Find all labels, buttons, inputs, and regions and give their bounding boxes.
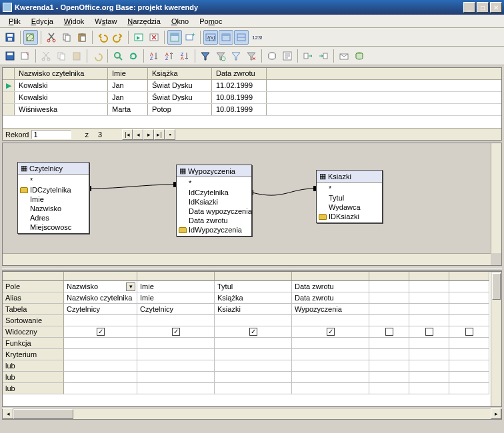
table-field[interactable]: Imie: [18, 195, 89, 204]
results-col-nazwisko[interactable]: Nazwisko czytelnika: [15, 68, 108, 79]
design-cell[interactable]: [369, 372, 409, 383]
results-cell[interactable]: Świat Dysku: [148, 92, 212, 103]
visible-checkbox[interactable]: ✓: [172, 328, 180, 336]
design-cell[interactable]: [409, 383, 449, 394]
alias-button[interactable]: [234, 30, 249, 45]
maximize-button[interactable]: □: [477, 2, 489, 13]
undo2-button[interactable]: [90, 49, 105, 63]
design-cell[interactable]: [409, 304, 449, 315]
table-field[interactable]: IDKsiazki: [317, 212, 382, 221]
design-cell[interactable]: [369, 281, 409, 292]
design-cell[interactable]: [215, 349, 292, 360]
design-cell[interactable]: [449, 292, 489, 304]
edit-data-button[interactable]: [18, 49, 33, 63]
design-cell[interactable]: [292, 338, 369, 349]
datasource-button[interactable]: [265, 49, 279, 63]
rel-horizontal-scrollbar[interactable]: [3, 253, 491, 265]
results-cell[interactable]: Wiśniweska: [15, 104, 108, 115]
row-selector-header[interactable]: [3, 68, 15, 79]
nav-new-button[interactable]: ▪: [165, 129, 175, 140]
table-field[interactable]: IDCzytelnika: [18, 185, 89, 195]
design-cell[interactable]: Czytelnicy: [64, 304, 137, 315]
design-cell[interactable]: [369, 304, 409, 315]
results-cell[interactable]: 11.02.1999: [212, 80, 267, 91]
table-field[interactable]: Data zwrotu: [177, 216, 251, 225]
paste-button[interactable]: [75, 30, 89, 45]
design-cell[interactable]: Czytelnicy: [137, 304, 215, 315]
design-row-header[interactable]: Kryterium: [3, 349, 64, 360]
design-cell[interactable]: ✓: [215, 326, 292, 338]
design-cell[interactable]: [369, 349, 409, 360]
design-cell[interactable]: [409, 326, 449, 338]
table-field[interactable]: Tytul: [317, 193, 382, 203]
row-selector[interactable]: [3, 104, 15, 115]
menu-widok[interactable]: Widok: [59, 16, 89, 27]
menu-pomoc[interactable]: Pomoc: [195, 16, 227, 27]
design-cell[interactable]: Imie: [137, 281, 215, 292]
refresh-button[interactable]: [126, 49, 141, 63]
design-cell[interactable]: [449, 360, 489, 372]
menu-wstaw[interactable]: Wstaw: [90, 16, 121, 27]
menu-narzedzia[interactable]: Narzędzia: [123, 16, 165, 27]
design-cell[interactable]: [292, 360, 369, 372]
results-cell[interactable]: Jan: [108, 80, 148, 91]
design-cell[interactable]: Książka: [215, 292, 292, 304]
design-cell[interactable]: [449, 338, 489, 349]
table-field[interactable]: IdCzytelnika: [177, 188, 251, 197]
design-cell[interactable]: [215, 383, 292, 394]
results-cell[interactable]: Kowalski: [15, 92, 108, 103]
visible-checkbox[interactable]: ✓: [97, 328, 105, 336]
table-field[interactable]: Miejscowosc: [18, 222, 89, 232]
design-cell[interactable]: [215, 372, 292, 383]
visible-checkbox[interactable]: ✓: [327, 328, 335, 336]
design-cell[interactable]: [137, 372, 215, 383]
data-to-fields-button[interactable]: [316, 49, 331, 63]
save-record-button[interactable]: [3, 49, 17, 63]
find-button[interactable]: [111, 49, 125, 63]
results-cell[interactable]: Świat Dysku: [148, 80, 212, 91]
sort-asc-button[interactable]: AZ: [162, 49, 177, 63]
design-cell[interactable]: [369, 315, 409, 326]
design-cell[interactable]: [449, 315, 489, 326]
results-cell[interactable]: Kowalski: [15, 80, 108, 91]
edit-mode-button[interactable]: [23, 30, 38, 45]
results-cell[interactable]: Marta: [108, 104, 148, 115]
design-cell[interactable]: [64, 315, 137, 326]
copy2-button[interactable]: [54, 49, 69, 63]
design-cell[interactable]: Nazwisko czytelnika: [64, 292, 137, 304]
nav-last-button[interactable]: ▸|: [154, 129, 165, 140]
design-cell[interactable]: [137, 349, 215, 360]
design-col-selector[interactable]: [409, 272, 449, 281]
nav-prev-button[interactable]: ◂: [133, 129, 143, 140]
visible-checkbox[interactable]: [465, 328, 473, 336]
results-cell[interactable]: 10.08.1999: [212, 92, 267, 103]
design-row-header[interactable]: Sortowanie: [3, 315, 64, 326]
remove-filter-button[interactable]: [244, 49, 259, 63]
relationships-panel[interactable]: ▦Czytelnicy *IDCzytelnikaImieNazwiskoAdr…: [2, 143, 502, 266]
table-field[interactable]: *: [18, 176, 89, 185]
design-cell[interactable]: [409, 292, 449, 304]
table-wypozyczenia[interactable]: ▦Wypozyczenia *IdCzytelnikaIdKsiazkiData…: [176, 165, 252, 236]
rel-vertical-scrollbar[interactable]: [491, 143, 501, 253]
design-cell[interactable]: Imie: [137, 292, 215, 304]
design-cell[interactable]: [449, 304, 489, 315]
undo-button[interactable]: [95, 30, 110, 45]
menu-okno[interactable]: Okno: [167, 16, 193, 27]
nav-first-button[interactable]: |◂: [122, 129, 133, 140]
cut2-button[interactable]: [39, 49, 53, 63]
design-cell[interactable]: [409, 315, 449, 326]
table-field[interactable]: *: [177, 179, 251, 188]
design-cell[interactable]: [369, 338, 409, 349]
design-cell[interactable]: [449, 326, 489, 338]
redo-button[interactable]: [111, 30, 125, 45]
design-row-header[interactable]: lub: [3, 383, 64, 394]
design-cell[interactable]: [215, 315, 292, 326]
design-cell[interactable]: Ksiazki: [215, 304, 292, 315]
design-row-header[interactable]: Alias: [3, 292, 64, 304]
save-button[interactable]: [3, 30, 17, 45]
sort-button[interactable]: AZ: [147, 49, 161, 63]
table-field[interactable]: IdKsiazki: [177, 197, 251, 207]
design-cell[interactable]: Tytul: [215, 281, 292, 292]
design-col-selector[interactable]: [369, 272, 409, 281]
visible-checkbox[interactable]: [385, 328, 393, 336]
